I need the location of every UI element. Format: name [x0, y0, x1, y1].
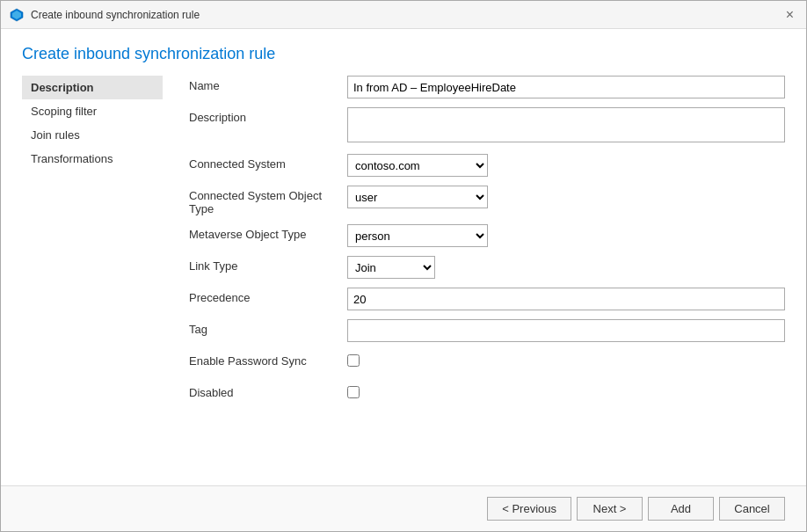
precedence-row: Precedence [189, 288, 785, 310]
main-window: Create inbound synchronization rule × Cr… [0, 0, 807, 532]
window-title: Create inbound synchronization rule [31, 9, 782, 21]
form-area: Name Description Connected System [163, 72, 785, 485]
connected-system-control: contoso.com [347, 154, 785, 177]
sidebar-item-description[interactable]: Description [22, 76, 163, 99]
mv-object-type-select[interactable]: person [347, 224, 488, 247]
disabled-checkbox[interactable] [347, 386, 360, 398]
sidebar-item-join-rules[interactable]: Join rules [22, 123, 163, 147]
tag-label: Tag [189, 319, 347, 336]
connected-system-row: Connected System contoso.com [189, 154, 785, 177]
enable-password-sync-control [347, 351, 785, 369]
name-row: Name [189, 76, 785, 98]
previous-button[interactable]: < Previous [487, 497, 571, 521]
tag-input[interactable] [347, 319, 785, 342]
connected-system-select[interactable]: contoso.com [347, 154, 488, 177]
name-label: Name [189, 76, 347, 92]
description-textarea[interactable] [347, 107, 785, 142]
mv-object-type-label: Metaverse Object Type [189, 224, 347, 241]
precedence-input[interactable] [347, 288, 785, 310]
link-type-label: Link Type [189, 256, 347, 273]
disabled-label: Disabled [189, 383, 347, 399]
mv-object-type-control: person [347, 224, 785, 247]
enable-password-sync-checkbox[interactable] [347, 354, 360, 367]
name-input[interactable] [347, 76, 785, 98]
connected-system-label: Connected System [189, 154, 347, 171]
cs-object-type-row: Connected System Object Type user [189, 186, 785, 215]
page-title: Create inbound synchronization rule [1, 29, 806, 72]
link-type-row: Link Type Join [189, 256, 785, 279]
sidebar: Description Scoping filter Join rules Tr… [22, 72, 163, 485]
app-icon [10, 8, 24, 22]
footer: < Previous Next > Add Cancel [1, 485, 806, 531]
add-button[interactable]: Add [648, 497, 714, 521]
cs-object-type-select[interactable]: user [347, 186, 488, 208]
tag-control [347, 319, 785, 342]
precedence-label: Precedence [189, 288, 347, 304]
cs-object-type-control: user [347, 186, 785, 208]
mv-object-type-row: Metaverse Object Type person [189, 224, 785, 247]
next-button[interactable]: Next > [577, 497, 643, 521]
cancel-button[interactable]: Cancel [719, 497, 785, 521]
close-button[interactable]: × [782, 8, 797, 22]
description-row: Description [189, 107, 785, 145]
cs-object-type-label: Connected System Object Type [189, 186, 347, 215]
sidebar-item-scoping-filter[interactable]: Scoping filter [22, 99, 163, 123]
sidebar-item-transformations[interactable]: Transformations [22, 147, 163, 171]
description-label: Description [189, 107, 347, 124]
disabled-control [347, 383, 785, 401]
window-content: Create inbound synchronization rule Desc… [1, 29, 806, 531]
link-type-control: Join [347, 256, 785, 279]
precedence-control [347, 288, 785, 310]
title-bar: Create inbound synchronization rule × [1, 1, 806, 29]
enable-password-sync-label: Enable Password Sync [189, 351, 347, 368]
name-control [347, 76, 785, 98]
description-control [347, 107, 785, 145]
link-type-select[interactable]: Join [347, 256, 435, 279]
tag-row: Tag [189, 319, 785, 342]
enable-password-sync-row: Enable Password Sync [189, 351, 785, 374]
disabled-row: Disabled [189, 383, 785, 405]
main-body: Description Scoping filter Join rules Tr… [1, 72, 806, 485]
